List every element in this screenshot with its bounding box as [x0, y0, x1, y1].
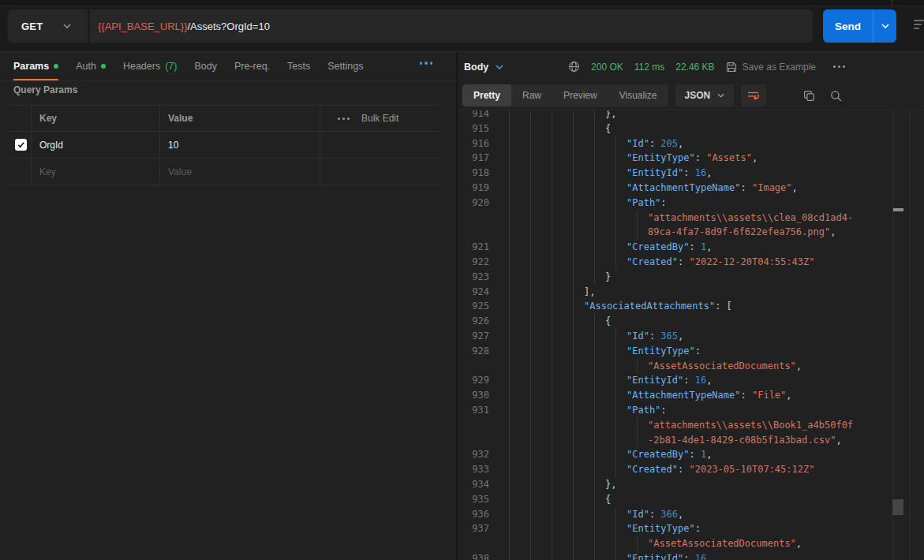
query-params-table: Key Value Bulk Edit OrgId 10: [10, 105, 439, 185]
bulk-edit-button[interactable]: Bulk Edit: [361, 113, 398, 124]
save-as-example-label: Save as Example: [743, 62, 816, 73]
indent-guide: [573, 151, 594, 166]
indent-guide: [530, 121, 552, 136]
param-value-placeholder[interactable]: Value: [160, 159, 320, 185]
indent-guide: [509, 136, 530, 151]
time-badge[interactable]: 112 ms: [634, 62, 664, 73]
save-as-example-button[interactable]: Save as Example: [726, 62, 816, 73]
view-tab-preview[interactable]: Preview: [552, 84, 608, 106]
request-tabs-more-icon[interactable]: [420, 62, 433, 65]
size-badge[interactable]: 22.46 KB: [675, 62, 714, 73]
indent-guide: [509, 329, 530, 344]
code-text: "AttachmentTypeName": "File",: [627, 388, 792, 403]
indent-guide: [594, 433, 615, 448]
indent-guide: [530, 314, 552, 329]
indent-guide: [509, 181, 530, 196]
indent-guide: [615, 433, 637, 448]
indent-guide: [615, 329, 627, 344]
indent-guide: [552, 359, 573, 374]
indent-guide: [573, 166, 594, 181]
indent-guide: [594, 403, 615, 418]
search-button[interactable]: [830, 90, 842, 102]
tab-params[interactable]: Params: [13, 52, 58, 80]
indent-guide: [552, 492, 573, 507]
param-key-placeholder[interactable]: Key: [32, 159, 160, 185]
tab-auth[interactable]: Auth: [76, 52, 106, 80]
indent-guide: [530, 329, 552, 344]
response-more-icon[interactable]: [833, 65, 845, 68]
wrap-text-icon: [747, 91, 760, 101]
param-checkbox[interactable]: [15, 139, 27, 151]
line-number: 918: [458, 166, 489, 181]
code-line-933: 933"Created": "2023-05-10T07:45:12Z": [458, 462, 924, 477]
tab-label: Auth: [76, 61, 96, 72]
tab-tests[interactable]: Tests: [287, 52, 310, 80]
tab-pre-req[interactable]: Pre-req.: [234, 52, 270, 80]
method-label: GET: [21, 21, 43, 32]
status-badge[interactable]: 200 OK: [591, 62, 623, 73]
method-select[interactable]: GET: [8, 9, 90, 43]
indent-guide: [552, 110, 573, 121]
indent-guide: [509, 270, 530, 285]
params-more-icon[interactable]: [338, 118, 350, 120]
indent-guide: [594, 136, 615, 151]
line-number: 917: [458, 151, 489, 166]
param-value-cell[interactable]: 10: [160, 132, 320, 158]
param-key-cell[interactable]: OrgId: [32, 132, 160, 158]
indent-guide: [615, 136, 627, 151]
json-format-select[interactable]: JSON: [675, 84, 735, 106]
indent-guide: [530, 507, 552, 522]
indent-guide: [552, 462, 573, 477]
tab-headers[interactable]: Headers(7): [123, 52, 178, 80]
indent-guide: [509, 373, 530, 388]
view-tab-pretty[interactable]: Pretty: [462, 84, 511, 106]
send-button-label[interactable]: Send: [823, 9, 873, 43]
send-button[interactable]: Send: [823, 9, 896, 43]
indent-guide: [615, 240, 627, 255]
indent-guide: [594, 166, 615, 181]
code-text: "Id": 366,: [627, 507, 683, 522]
indent-guide: [594, 521, 615, 536]
line-number: [458, 359, 489, 374]
line-number: 915: [458, 121, 489, 136]
indent-guide: [530, 447, 552, 462]
url-input[interactable]: {{API_BASE_URL}}/Assets?OrgId=10: [90, 9, 813, 43]
code-text: "Path":: [627, 196, 667, 211]
request-tabs: ParamsAuthHeaders(7)BodyPre-req.TestsSet…: [0, 52, 456, 81]
indent-guide: [615, 521, 627, 536]
wrap-text-button[interactable]: [741, 84, 766, 106]
line-number: 933: [458, 462, 489, 477]
indent-guide: [637, 359, 648, 374]
tab-body[interactable]: Body: [194, 52, 217, 80]
code-text: }: [605, 270, 611, 285]
indent-guide: [509, 536, 530, 551]
indent-guide: [594, 329, 615, 344]
line-number: 934: [458, 477, 489, 492]
response-body-dropdown[interactable]: Body: [464, 62, 503, 73]
indent-guide: [615, 462, 627, 477]
view-tab-raw[interactable]: Raw: [511, 84, 552, 106]
indent-guide: [509, 166, 530, 181]
indent-guide: [573, 329, 594, 344]
view-tab-visualize[interactable]: Visualize: [608, 84, 668, 106]
indent-guide: [509, 433, 530, 448]
code-line-915: 915{: [458, 121, 924, 136]
chevron-down-icon: [717, 93, 724, 98]
indent-guide: [594, 240, 615, 255]
send-options-chevron-icon[interactable]: [873, 9, 896, 43]
indent-guide: [509, 388, 530, 403]
indent-guide: [552, 211, 573, 226]
scrollbar-thumb[interactable]: [892, 499, 903, 515]
code-line-929: 929"EntityId": 16,: [458, 373, 924, 388]
indent-guide: [594, 477, 605, 492]
indent-guide: [530, 136, 552, 151]
line-number: 916: [458, 136, 489, 151]
line-number: 919: [458, 181, 489, 196]
panel-edge-border: [910, 110, 911, 560]
tab-settings[interactable]: Settings: [327, 52, 363, 80]
copy-button[interactable]: [803, 90, 815, 102]
code-line-924: 924],: [458, 285, 924, 300]
code-line-918: 918"EntityId": 16,: [458, 166, 924, 181]
response-body-editor[interactable]: 914},915{916"Id": 205,917"EntityType": "…: [458, 110, 924, 560]
indent-guide: [509, 359, 530, 374]
